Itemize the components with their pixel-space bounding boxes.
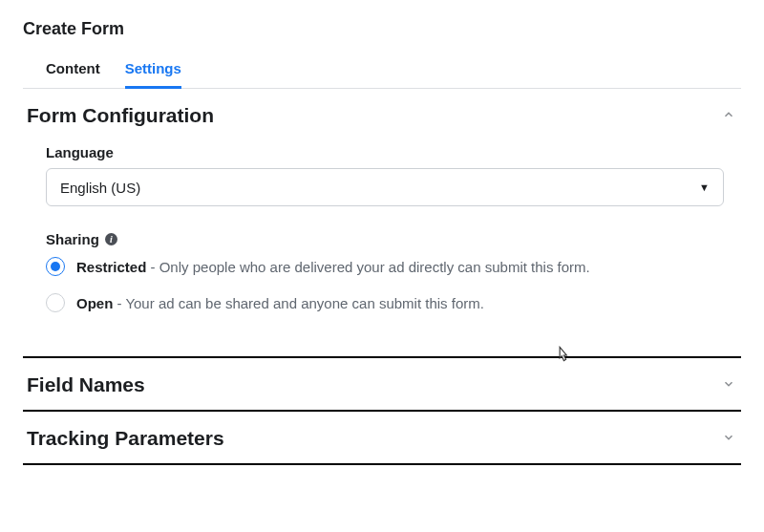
- section-header-field-names[interactable]: Field Names: [23, 358, 741, 412]
- radio-option-restricted[interactable]: Restricted - Only people who are deliver…: [46, 257, 741, 276]
- sharing-label: Sharing i: [46, 231, 741, 247]
- section-header-form-configuration[interactable]: Form Configuration: [23, 89, 741, 140]
- tabs: Content Settings: [23, 60, 741, 89]
- language-value: English (US): [60, 180, 140, 196]
- chevron-up-icon: [722, 108, 735, 124]
- tab-settings[interactable]: Settings: [125, 60, 181, 89]
- radio-label: Open - Your ad can be shared and anyone …: [76, 295, 484, 311]
- page-title: Create Form: [23, 19, 741, 39]
- info-icon[interactable]: i: [105, 233, 117, 245]
- section-title: Form Configuration: [27, 104, 214, 127]
- radio-icon: [46, 293, 65, 312]
- section-title: Field Names: [27, 373, 145, 396]
- section-header-tracking-parameters[interactable]: Tracking Parameters: [23, 412, 741, 465]
- radio-option-open[interactable]: Open - Your ad can be shared and anyone …: [46, 293, 741, 312]
- radio-icon: [46, 257, 65, 276]
- language-label: Language: [46, 144, 741, 160]
- tab-content[interactable]: Content: [46, 60, 100, 88]
- chevron-down-icon: [722, 431, 735, 447]
- language-select[interactable]: English (US) ▼: [46, 168, 724, 206]
- section-title: Tracking Parameters: [27, 427, 224, 450]
- radio-label: Restricted - Only people who are deliver…: [76, 259, 590, 275]
- chevron-down-icon: [722, 377, 735, 394]
- caret-down-icon: ▼: [699, 181, 710, 193]
- form-configuration-body: Language English (US) ▼ Sharing i Restri…: [23, 140, 741, 351]
